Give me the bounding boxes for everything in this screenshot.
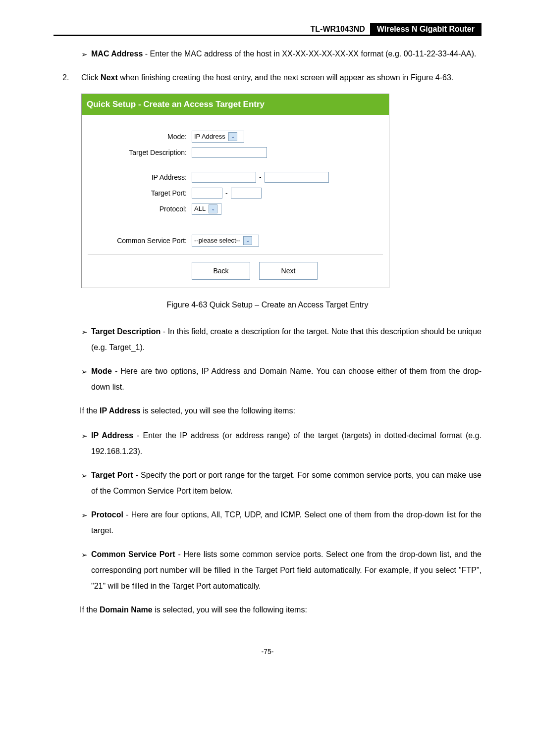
mode-select[interactable]: IP Address ⌄ (192, 131, 244, 143)
bullet-text: IP Address - Enter the IP address (or ad… (91, 428, 482, 459)
next-button[interactable]: Next (259, 262, 318, 280)
figure-caption: Figure 4-63 Quick Setup – Create an Acce… (54, 297, 482, 313)
page-header: TL-WR1043NDWireless N Gigabit Router (54, 25, 482, 36)
back-button[interactable]: Back (192, 262, 250, 280)
arrow-icon: ➢ (81, 363, 91, 379)
bullet-item-target-port: ➢ Target Port - Specify the port or port… (81, 467, 482, 499)
label-protocol: Protocol: (88, 202, 192, 216)
protocol-select[interactable]: ALL ⌄ (192, 203, 221, 215)
bullet-item-target-description: ➢ Target Description - In this field, cr… (81, 324, 482, 355)
bullet-item-common-service-port: ➢ Common Service Port - Here lists some … (81, 547, 482, 594)
protocol-value: ALL (194, 202, 206, 215)
arrow-icon: ➢ (81, 46, 91, 62)
label-mode: Mode: (88, 130, 192, 144)
figure-title: Quick Setup - Create an Access Target En… (82, 94, 389, 115)
arrow-icon: ➢ (81, 324, 91, 340)
row-target-port: Target Port: - (88, 186, 383, 200)
row-protocol: Protocol: ALL ⌄ (88, 202, 383, 216)
chevron-down-icon: ⌄ (243, 236, 252, 245)
target-port-end-input[interactable] (231, 188, 262, 199)
target-port-start-input[interactable] (192, 188, 222, 199)
ip-address-end-input[interactable] (265, 172, 329, 183)
model-label: TL-WR1043ND (306, 23, 370, 35)
bullet-item-mode: ➢ Mode - Here are two options, IP Addres… (81, 363, 482, 395)
bullet-text: Common Service Port - Here lists some co… (91, 547, 482, 594)
dash-separator: - (222, 186, 231, 200)
arrow-icon: ➢ (81, 547, 91, 562)
step-text: Click Next when finishing creating the h… (81, 70, 482, 86)
note-domain-name: If the Domain Name is selected, you will… (80, 602, 482, 618)
bullet-text: Protocol - Here are four options, All, T… (91, 507, 482, 539)
figure-4-63: Quick Setup - Create an Access Target En… (81, 94, 482, 288)
bullet-item-protocol: ➢ Protocol - Here are four options, All,… (81, 507, 482, 539)
row-buttons: Back Next (88, 262, 383, 280)
common-service-port-select[interactable]: --please select-- ⌄ (192, 235, 259, 247)
dash-separator: - (256, 170, 265, 184)
note-ip-address: If the IP Address is selected, you will … (80, 403, 482, 419)
chevron-down-icon: ⌄ (228, 132, 237, 141)
arrow-icon: ➢ (81, 507, 91, 523)
target-description-input[interactable] (192, 147, 267, 158)
csp-value: --please select-- (194, 234, 240, 247)
bullet-item-mac: ➢ MAC Address - Enter the MAC address of… (81, 46, 482, 62)
bullet-text: Mode - Here are two options, IP Address … (91, 363, 482, 395)
bullet-text: Target Description - In this field, crea… (91, 324, 482, 355)
row-common-service-port: Common Service Port: --please select-- ⌄ (88, 234, 383, 248)
chevron-down-icon: ⌄ (209, 204, 217, 213)
mode-value: IP Address (194, 130, 225, 143)
step-number: 2. (62, 70, 81, 86)
row-target-description: Target Description: (88, 146, 383, 159)
label-common-service-port: Common Service Port: (88, 234, 192, 248)
bullet-item-ip-address: ➢ IP Address - Enter the IP address (or … (81, 428, 482, 459)
row-mode: Mode: IP Address ⌄ (88, 130, 383, 144)
page-number: -75- (54, 648, 482, 655)
label-target-port: Target Port: (88, 186, 192, 200)
row-ip-address: IP Address: - (88, 170, 383, 184)
bullet-text: MAC Address - Enter the MAC address of t… (91, 46, 482, 62)
bullet-text: Target Port - Specify the port or port r… (91, 467, 482, 499)
step-2: 2. Click Next when finishing creating th… (62, 70, 482, 86)
arrow-icon: ➢ (81, 428, 91, 444)
ip-address-start-input[interactable] (192, 172, 256, 183)
product-label: Wireless N Gigabit Router (370, 23, 482, 35)
label-ip-address: IP Address: (88, 170, 192, 184)
arrow-icon: ➢ (81, 467, 91, 483)
label-target-description: Target Description: (88, 146, 192, 159)
bullet-term: MAC Address (91, 50, 143, 58)
